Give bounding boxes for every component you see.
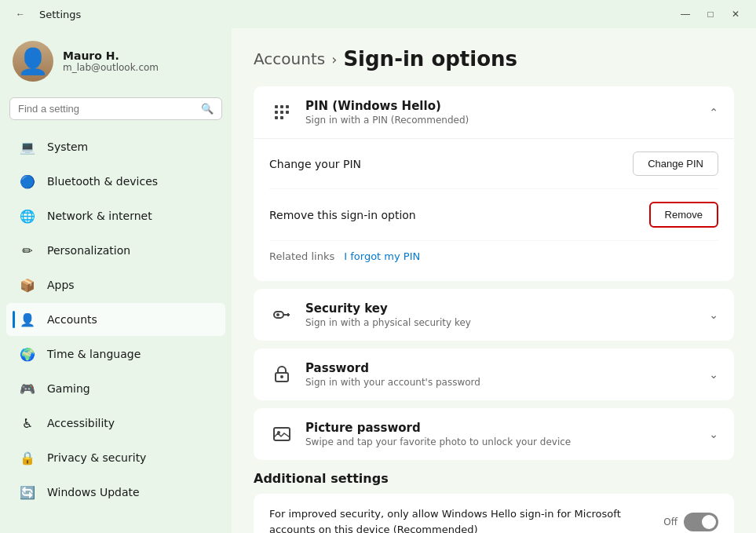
title-bar-controls: — □ ✕ — [674, 5, 747, 23]
pin-expanded-content: Change your PIN Change PIN Remove this s… — [254, 138, 734, 281]
apps-icon: 📦 — [19, 276, 36, 294]
change-pin-row: Change your PIN Change PIN — [269, 139, 718, 189]
security-key-subtitle: Sign in with a physical security key — [305, 317, 471, 328]
sidebar-item-accessibility[interactable]: ♿ Accessibility — [6, 407, 225, 440]
change-pin-button[interactable]: Change PIN — [633, 152, 718, 176]
accessibility-icon: ♿ — [19, 414, 36, 432]
sidebar: Mauro H. m_lab@outlook.com 🔍 💻 System 🔵 … — [0, 28, 232, 533]
security-key-card-header[interactable]: Security key Sign in with a physical sec… — [254, 289, 734, 341]
change-pin-label: Change your PIN — [269, 158, 361, 170]
sidebar-item-update[interactable]: 🔄 Windows Update — [6, 476, 225, 509]
security-key-title-group: Security key Sign in with a physical sec… — [305, 301, 471, 328]
security-key-card: Security key Sign in with a physical sec… — [254, 289, 734, 341]
window-title: Settings — [39, 9, 81, 20]
close-button[interactable]: ✕ — [725, 5, 747, 23]
breadcrumb-parent: Accounts — [254, 49, 325, 68]
privacy-icon: 🔒 — [19, 449, 36, 466]
pin-card-header[interactable]: PIN (Windows Hello) Sign in with a PIN (… — [254, 86, 734, 138]
toggle-label: Off — [663, 517, 677, 528]
svg-rect-5 — [286, 111, 289, 114]
sidebar-item-label: Windows Update — [47, 486, 140, 498]
sidebar-item-system[interactable]: 💻 System — [6, 130, 225, 163]
breadcrumb-separator: › — [331, 51, 337, 68]
picture-password-icon — [269, 422, 294, 447]
title-bar-left: ← Settings — [9, 5, 81, 23]
picture-password-card-header[interactable]: Picture password Swipe and tap your favo… — [254, 408, 734, 460]
bluetooth-icon: 🔵 — [19, 173, 36, 190]
user-section: Mauro H. m_lab@outlook.com — [0, 28, 232, 97]
security-toggle[interactable] — [684, 513, 718, 531]
main-content: Accounts › Sign-in options — [232, 28, 756, 533]
maximize-button[interactable]: □ — [699, 5, 721, 23]
security-key-header-left: Security key Sign in with a physical sec… — [269, 301, 471, 328]
svg-point-13 — [280, 375, 283, 378]
sidebar-item-bluetooth[interactable]: 🔵 Bluetooth & devices — [6, 165, 225, 198]
sidebar-item-label: Time & language — [47, 348, 141, 360]
sidebar-item-label: Gaming — [47, 382, 90, 395]
forgot-pin-link[interactable]: I forgot my PIN — [344, 250, 420, 262]
sidebar-item-accounts[interactable]: 👤 Accounts — [6, 303, 225, 336]
pin-card-subtitle: Sign in with a PIN (Recommended) — [305, 115, 469, 126]
svg-point-11 — [276, 313, 279, 316]
sidebar-item-personalization[interactable]: ✏️ Personalization — [6, 234, 225, 267]
sidebar-item-label: Privacy & security — [47, 451, 146, 464]
update-icon: 🔄 — [19, 484, 36, 501]
sidebar-item-label: Bluetooth & devices — [47, 175, 158, 188]
remove-pin-button[interactable]: Remove — [649, 202, 718, 228]
additional-settings-card: For improved security, only allow Window… — [254, 494, 734, 533]
security-toggle-text: For improved security, only allow Window… — [269, 506, 663, 533]
gaming-icon: 🎮 — [19, 380, 36, 397]
remove-pin-label: Remove this sign-in option — [269, 209, 416, 221]
picture-password-chevron-icon: ⌄ — [709, 428, 718, 440]
sidebar-item-time[interactable]: 🌍 Time & language — [6, 338, 225, 371]
breadcrumb-current: Sign-in options — [343, 47, 517, 71]
related-links: Related links I forgot my PIN — [269, 241, 718, 265]
time-icon: 🌍 — [19, 345, 36, 363]
user-email: m_lab@outlook.com — [63, 62, 159, 73]
pin-chevron-up-icon: ⌃ — [709, 106, 718, 119]
accounts-icon: 👤 — [19, 311, 36, 328]
svg-rect-4 — [280, 111, 283, 114]
password-icon — [269, 362, 294, 387]
user-name: Mauro H. — [63, 49, 159, 62]
pin-card-title: PIN (Windows Hello) — [305, 99, 469, 113]
search-input[interactable] — [18, 103, 195, 115]
security-key-title: Security key — [305, 301, 471, 316]
svg-rect-0 — [275, 105, 278, 108]
back-button[interactable]: ← — [9, 5, 31, 23]
personalization-icon: ✏️ — [19, 242, 36, 259]
avatar — [13, 41, 53, 82]
sidebar-item-privacy[interactable]: 🔒 Privacy & security — [6, 441, 225, 474]
security-key-chevron-icon: ⌄ — [709, 308, 718, 321]
remove-pin-row: Remove this sign-in option Remove — [269, 189, 718, 241]
title-bar: ← Settings — □ ✕ — [0, 0, 756, 28]
picture-password-subtitle: Swipe and tap your favorite photo to unl… — [305, 436, 571, 447]
sidebar-item-network[interactable]: 🌐 Network & internet — [6, 199, 225, 232]
svg-rect-6 — [275, 116, 278, 119]
security-key-icon — [269, 302, 294, 327]
minimize-button[interactable]: — — [674, 5, 696, 23]
picture-password-header-left: Picture password Swipe and tap your favo… — [269, 421, 571, 447]
pin-icon — [269, 100, 294, 125]
svg-point-15 — [277, 431, 280, 434]
password-title-group: Password Sign in with your account's pas… — [305, 361, 480, 388]
search-box[interactable]: 🔍 — [9, 97, 222, 120]
search-icon: 🔍 — [201, 103, 214, 115]
sidebar-item-label: Personalization — [47, 244, 130, 257]
app-body: Mauro H. m_lab@outlook.com 🔍 💻 System 🔵 … — [0, 28, 756, 533]
sidebar-item-gaming[interactable]: 🎮 Gaming — [6, 372, 225, 405]
system-icon: 💻 — [19, 138, 36, 155]
pin-card-title-group: PIN (Windows Hello) Sign in with a PIN (… — [305, 99, 469, 126]
password-card-header[interactable]: Password Sign in with your account's pas… — [254, 349, 734, 400]
password-title: Password — [305, 361, 480, 375]
sidebar-item-label: Network & internet — [47, 210, 152, 222]
additional-settings-title: Additional settings — [254, 471, 734, 486]
breadcrumb: Accounts › Sign-in options — [254, 47, 734, 71]
sidebar-item-label: Accounts — [47, 313, 97, 326]
password-chevron-icon: ⌄ — [709, 368, 718, 381]
picture-password-card: Picture password Swipe and tap your favo… — [254, 408, 734, 460]
svg-rect-1 — [280, 105, 283, 108]
password-subtitle: Sign in with your account's password — [305, 377, 480, 388]
svg-rect-2 — [286, 105, 289, 108]
sidebar-item-apps[interactable]: 📦 Apps — [6, 268, 225, 301]
